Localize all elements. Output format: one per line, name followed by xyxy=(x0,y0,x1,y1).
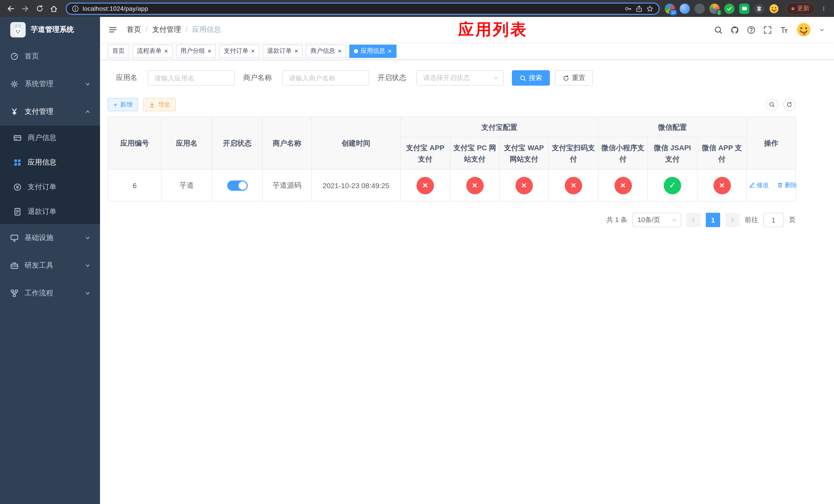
sidebar-item-payment[interactable]: 支付管理 xyxy=(0,98,100,125)
col-actions: 操作 xyxy=(747,117,796,169)
profile-extension-icon[interactable]: 1 xyxy=(709,3,720,14)
app-logo xyxy=(10,22,26,38)
browser-home-button[interactable] xyxy=(47,2,61,15)
cell-status xyxy=(212,169,262,201)
fullscreen-icon[interactable] xyxy=(763,25,772,34)
extension-icon-blue[interactable] xyxy=(680,3,690,14)
reload-icon xyxy=(36,5,43,12)
chevron-up-icon xyxy=(85,109,91,115)
edit-link[interactable]: 修改 xyxy=(749,181,769,190)
chevron-down-icon xyxy=(672,217,677,223)
tab-close-icon[interactable]: × xyxy=(251,48,255,54)
chevron-down-icon xyxy=(85,290,91,296)
refresh-table-button[interactable] xyxy=(783,98,795,111)
sidebar-item-label: 首页 xyxy=(25,52,39,61)
help-icon[interactable] xyxy=(747,25,755,34)
sidebar-item-system[interactable]: 系统管理 xyxy=(0,70,100,98)
wechat-app-status-badge: × xyxy=(713,177,731,194)
tab-close-icon[interactable]: × xyxy=(338,48,342,54)
app-logo-row[interactable]: 芋道管理系统 xyxy=(0,17,100,43)
sidebar-item-home[interactable]: 首页 xyxy=(0,43,100,70)
col-alipay-qr: 支付宝扫码支付 xyxy=(549,137,598,169)
tab-close-icon[interactable]: × xyxy=(207,48,211,54)
tab-payment-orders[interactable]: 支付订单 × xyxy=(219,44,259,58)
export-button[interactable]: 导出 xyxy=(143,98,176,111)
sidebar-item-infrastructure[interactable]: 基础设施 xyxy=(0,224,100,252)
tab-home[interactable]: 首页 xyxy=(108,44,129,58)
extension-count-badge: 10 xyxy=(669,9,678,16)
page-size-select[interactable]: 10条/页 xyxy=(632,213,681,227)
reset-button[interactable]: 重置 xyxy=(555,70,593,86)
avatar[interactable] xyxy=(796,22,811,38)
github-icon[interactable] xyxy=(730,25,739,34)
alipay-wap-status-badge: × xyxy=(515,177,533,194)
workflow-icon xyxy=(10,289,19,297)
tab-close-icon[interactable]: × xyxy=(164,48,168,54)
tab-close-icon[interactable]: × xyxy=(388,48,392,54)
toggle-search-button[interactable] xyxy=(766,98,778,111)
extension-icon-green-check[interactable] xyxy=(724,3,734,14)
chevron-down-icon[interactable] xyxy=(819,27,825,32)
search-button[interactable]: 搜索 xyxy=(512,70,550,86)
extension-icon-dark[interactable] xyxy=(695,3,705,14)
browser-forward-button[interactable] xyxy=(19,2,32,15)
page-size-value: 10条/页 xyxy=(638,215,660,225)
tab-close-icon[interactable]: × xyxy=(294,48,298,54)
bookmark-star-icon[interactable] xyxy=(646,5,654,12)
delete-link[interactable]: 删除 xyxy=(777,181,797,190)
app-name-input[interactable] xyxy=(148,70,235,86)
password-key-icon[interactable] xyxy=(625,5,632,12)
sidebar-item-workflow[interactable]: 工作流程 xyxy=(0,279,100,307)
annotation-overlay: 应用列表 xyxy=(458,19,528,41)
browser-update-button[interactable]: 更新 xyxy=(786,2,815,15)
extension-icon-chat[interactable] xyxy=(739,3,749,14)
sidebar-item-dev-tools[interactable]: 研发工具 xyxy=(0,252,100,279)
url-text: localhost:1024/pay/app xyxy=(83,5,621,12)
col-app-name: 应用名 xyxy=(161,117,212,169)
wechat-jsapi-status-badge: ✓ xyxy=(664,177,681,194)
merchant-name-input[interactable] xyxy=(282,70,369,86)
sidebar-item-refund-orders[interactable]: 退款订单 xyxy=(0,200,100,224)
update-dot-icon xyxy=(791,7,794,10)
sidebar-item-app-info[interactable]: 应用信息 xyxy=(0,150,100,175)
breadcrumb-payment[interactable]: 支付管理 xyxy=(152,25,192,35)
search-icon[interactable] xyxy=(714,25,723,34)
extension-icon-colorful[interactable]: 10 xyxy=(665,3,675,14)
chevron-left-icon xyxy=(690,217,697,223)
puzzle-icon xyxy=(756,5,762,12)
sidebar-item-merchant-info[interactable]: 商户信息 xyxy=(0,125,100,150)
extensions-puzzle-icon[interactable] xyxy=(754,3,764,14)
extension-icon-emoji[interactable] xyxy=(769,3,779,14)
emoji-face-icon xyxy=(769,3,779,14)
goto-unit: 页 xyxy=(789,215,795,225)
status-toggle[interactable] xyxy=(227,180,247,190)
app-title: 芋道管理系统 xyxy=(31,25,74,35)
search-icon xyxy=(520,75,526,81)
tab-app-info[interactable]: 应用信息 × xyxy=(349,44,396,58)
screen: localhost:1024/pay/app 10 1 更新 xyxy=(0,0,834,504)
browser-menu-icon[interactable] xyxy=(820,4,828,13)
tab-user-group[interactable]: 用户分组 × xyxy=(176,44,216,58)
gear-icon xyxy=(10,80,19,88)
address-bar[interactable]: localhost:1024/pay/app xyxy=(66,2,660,15)
browser-back-button[interactable] xyxy=(4,2,18,15)
payment-submenu: 商户信息 应用信息 支付订单 退款订单 xyxy=(0,125,100,224)
font-size-icon[interactable] xyxy=(780,25,788,34)
site-info-icon[interactable] xyxy=(72,5,79,12)
status-select[interactable]: 请选择开启状态 xyxy=(416,70,504,86)
tab-refund-orders[interactable]: 退款订单 × xyxy=(263,44,303,58)
add-button[interactable]: + 新增 xyxy=(108,98,138,111)
tab-merchant-info[interactable]: 商户信息 × xyxy=(306,44,346,58)
page-1-button[interactable]: 1 xyxy=(706,213,720,227)
breadcrumb-home[interactable]: 首页 xyxy=(127,25,152,35)
sidebar-toggle-button[interactable] xyxy=(106,23,119,37)
cell-wechat-mini: × xyxy=(598,169,648,201)
add-button-label: 新增 xyxy=(120,100,132,109)
goto-page-input[interactable] xyxy=(763,213,784,227)
next-page-button[interactable] xyxy=(725,213,740,227)
browser-reload-button[interactable] xyxy=(33,2,46,15)
share-icon[interactable] xyxy=(636,5,643,12)
tab-process-form[interactable]: 流程表单 × xyxy=(132,44,173,58)
prev-page-button[interactable] xyxy=(686,213,701,227)
sidebar-item-payment-orders[interactable]: 支付订单 xyxy=(0,175,100,200)
